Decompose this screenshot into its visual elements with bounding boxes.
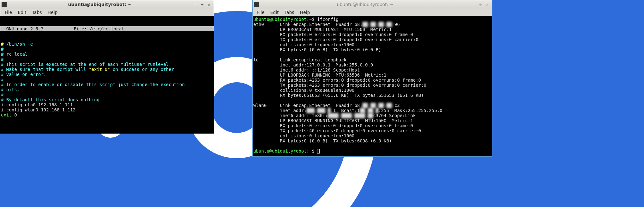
- nano-line[interactable]: #!/bin/sh -e: [1, 41, 213, 47]
- nano-line[interactable]: #: [1, 47, 213, 52]
- window-title: ubuntu@ubiquityrobot: ~: [261, 2, 469, 7]
- ifconfig-line: UP LOOPBACK RUNNING MTU:65536 Metric:1: [253, 72, 491, 78]
- nano-line[interactable]: exit 0: [1, 112, 213, 117]
- ifconfig-line: collisions:0 txqueuelen:1000: [253, 88, 491, 93]
- nano-line[interactable]: # By default this script does nothing.: [1, 97, 213, 102]
- terminal-window-nano: ubuntu@ubiquityrobot: ~ – + × File Edit …: [0, 0, 214, 134]
- nano-filename: File: /etc/rc.local: [74, 26, 213, 31]
- terminal-content[interactable]: ubuntu@ubiquityrobot:~$ ifconfigeth0 Lin…: [253, 16, 492, 156]
- ifconfig-line: wlan0 Link encap:Ethernet HWaddr b8:██:█…: [253, 103, 491, 108]
- close-button[interactable]: ×: [207, 2, 211, 7]
- nano-line[interactable]: #: [1, 77, 213, 82]
- ifconfig-line: UP BROADCAST MULTICAST MTU:1500 Metric:1: [253, 27, 491, 32]
- menu-edit[interactable]: Edit: [15, 9, 29, 16]
- ifconfig-line: inet addr:███.███.█.1 Bcast:1██.██.█.255…: [253, 108, 491, 113]
- nano-line[interactable]: # This script is executed at the end of …: [1, 62, 213, 67]
- ifconfig-line: RX packets:4263 errors:0 dropped:0 overr…: [253, 78, 491, 83]
- nano-header: GNU nano 2.5.3 File: /etc/rc.local: [0, 26, 214, 31]
- ifconfig-line: UP BROADCAST RUNNING MULTICAST MTU:1500 …: [253, 118, 491, 123]
- nano-version: GNU nano 2.5.3: [1, 26, 74, 31]
- ifconfig-line: collisions:0 txqueuelen:1000: [253, 133, 491, 138]
- menu-help[interactable]: Help: [298, 9, 313, 16]
- menu-tabs[interactable]: Tabs: [282, 9, 297, 16]
- ifconfig-line: inet6 addr: fe80::████:████:████:██c3/64…: [253, 113, 491, 118]
- ifconfig-line: TX packets:0 errors:0 dropped:0 overruns…: [253, 37, 491, 42]
- menubar: File Edit Tabs Help: [0, 9, 214, 16]
- menu-help[interactable]: Help: [45, 9, 60, 16]
- ifconfig-line: TX packets:4263 errors:0 dropped:0 overr…: [253, 83, 491, 88]
- nano-editor-body[interactable]: #!/bin/sh -e## rc.local## This script is…: [0, 41, 214, 117]
- prompt-line[interactable]: ubuntu@ubiquityrobot:~$: [253, 148, 491, 154]
- ifconfig-line: RX packets:0 errors:0 dropped:0 overruns…: [253, 123, 491, 128]
- nano-line[interactable]: ifconfig eth0 192.168.1.111: [1, 102, 213, 107]
- terminal-window-ifconfig: ubuntu@ubiquityrobot: ~ – + × File Edit …: [252, 0, 492, 157]
- titlebar[interactable]: ubuntu@ubiquityrobot: ~ – + ×: [253, 0, 492, 9]
- nano-line[interactable]: # rc.local: [1, 52, 213, 57]
- ifconfig-line: inet addr:127.0.0.1 Mask:255.0.0.0: [253, 62, 491, 67]
- menu-tabs[interactable]: Tabs: [30, 9, 45, 16]
- ifconfig-line: RX bytes:0 (0.0 B) TX bytes:6098 (6.0 KB…: [253, 138, 491, 143]
- nano-line[interactable]: #: [1, 57, 213, 62]
- titlebar[interactable]: ubuntu@ubiquityrobot: ~ – + ×: [0, 0, 214, 9]
- cursor: [317, 149, 320, 154]
- nano-line[interactable]: #: [1, 92, 213, 97]
- terminal-content[interactable]: GNU nano 2.5.3 File: /etc/rc.local #!/bi…: [0, 16, 214, 133]
- ifconfig-line: RX bytes:651653 (651.6 KB) TX bytes:6516…: [253, 93, 491, 98]
- nano-line[interactable]: # bits.: [1, 87, 213, 92]
- terminal-icon: [254, 2, 259, 7]
- menu-file[interactable]: File: [2, 9, 15, 16]
- ifconfig-line: RX bytes:0 (0.0 B) TX bytes:0 (0.0 B): [253, 47, 491, 52]
- prompt-line[interactable]: ubuntu@ubiquityrobot:~$ ifconfig: [253, 17, 491, 22]
- ifconfig-line: RX packets:0 errors:0 dropped:0 overruns…: [253, 32, 491, 37]
- window-title: ubuntu@ubiquityrobot: ~: [9, 2, 191, 7]
- menubar: File Edit Tabs Help: [253, 9, 492, 16]
- nano-line[interactable]: ifconfig wlan0 192.168.1.112: [1, 107, 213, 112]
- menu-edit[interactable]: Edit: [268, 9, 281, 16]
- maximize-button[interactable]: +: [200, 2, 204, 7]
- maximize-button[interactable]: +: [478, 2, 483, 7]
- ifconfig-line: lo Link encap:Local Loopback: [253, 57, 491, 62]
- ifconfig-line: collisions:0 txqueuelen:1000: [253, 42, 491, 47]
- menu-file[interactable]: File: [255, 9, 267, 16]
- terminal-icon: [2, 2, 7, 7]
- close-button[interactable]: ×: [485, 2, 490, 7]
- minimize-button[interactable]: –: [471, 2, 476, 7]
- nano-line[interactable]: # Make sure that the script will "exit 0…: [1, 67, 213, 72]
- nano-line[interactable]: # In order to enable or disable this scr…: [1, 82, 213, 87]
- minimize-button[interactable]: –: [193, 2, 197, 7]
- ifconfig-line: eth0 Link encap:Ethernet HWaddr b8:██:██…: [253, 22, 491, 27]
- ifconfig-line: inet6 addr: ::1/128 Scope:Host: [253, 67, 491, 72]
- ifconfig-line: TX packets:40 errors:0 dropped:0 overrun…: [253, 128, 491, 133]
- nano-line[interactable]: # value on error.: [1, 72, 213, 77]
